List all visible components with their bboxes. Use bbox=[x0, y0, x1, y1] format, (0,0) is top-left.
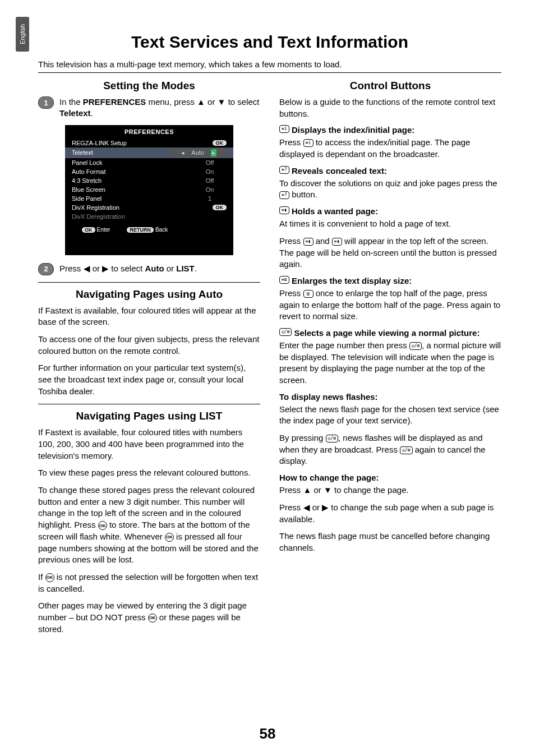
rule bbox=[38, 404, 260, 404]
tv-row-teletext: TeletextAuto bbox=[65, 147, 233, 158]
p-news-2: By pressing ◎/⊠, news flashes will be di… bbox=[279, 432, 501, 467]
t: By pressing bbox=[279, 433, 326, 442]
tv-menu-preferences: PREFERENCES REGZA-LINK SetupOK TeletextA… bbox=[65, 125, 233, 255]
p-news-1: Select the news flash page for the chose… bbox=[279, 404, 501, 427]
t: How to change the page: bbox=[279, 473, 379, 482]
p-reveal: To discover the solutions on quiz and jo… bbox=[279, 178, 501, 201]
tv-row-auto-format: Auto FormatOn bbox=[65, 167, 233, 176]
t: PREFERENCES bbox=[83, 97, 146, 107]
teletext-index-icon: ≡i bbox=[279, 125, 289, 133]
subhead-reveal: ≡? Reveals concealed text: bbox=[279, 166, 501, 176]
t: Back bbox=[155, 227, 168, 233]
teletext-pip-icon: ◎/⊠ bbox=[409, 342, 422, 350]
t: Auto bbox=[145, 264, 164, 273]
ok-icon: OK bbox=[45, 573, 54, 582]
value: Off bbox=[193, 159, 227, 166]
t: Teletext bbox=[59, 108, 91, 118]
p-hold-2: Press ≡▮ and ≡▮ will appear in the top l… bbox=[279, 236, 501, 270]
t: Press bbox=[279, 236, 303, 246]
p-change-2: Press ◀ or ▶ to change the sub page when… bbox=[279, 502, 501, 525]
tv-row-blue-screen: Blue ScreenOn bbox=[65, 185, 233, 194]
t: . bbox=[195, 264, 197, 273]
auto-p3: For further information on your particul… bbox=[38, 362, 260, 397]
t: or bbox=[164, 264, 177, 273]
page-number: 58 bbox=[0, 725, 535, 743]
subhead-news: To display news flashes: bbox=[279, 392, 501, 402]
tv-row-regza: REGZA-LINK SetupOK bbox=[65, 139, 233, 147]
t: Press bbox=[279, 137, 303, 147]
value: 1 bbox=[193, 195, 227, 202]
label: Blue Screen bbox=[72, 186, 105, 193]
teletext-hold-icon: ≡▮ bbox=[303, 238, 313, 246]
t: is not pressed the selection will be for… bbox=[38, 572, 258, 593]
left-column: Setting the Modes 1 In the PREFERENCES m… bbox=[38, 79, 260, 640]
t: To display news flashes: bbox=[279, 392, 378, 402]
intro-text: This television has a multi-page text me… bbox=[38, 59, 501, 69]
heading-nav-auto: Navigating Pages using Auto bbox=[38, 288, 260, 301]
t: menu, press ▲ or ▼ to select bbox=[146, 97, 259, 107]
t: Displays the index/initial page: bbox=[292, 125, 414, 135]
subhead-hold: ≡▮ Holds a wanted page: bbox=[279, 206, 501, 216]
label: Teletext bbox=[72, 149, 93, 156]
teletext-size-icon: ▤ bbox=[303, 290, 313, 298]
label: REGZA-LINK Setup bbox=[72, 140, 127, 146]
value: On bbox=[193, 168, 227, 175]
teletext-enlarge-icon: ≡≣ bbox=[279, 276, 289, 284]
label: DivX Deregistration bbox=[72, 213, 125, 220]
ok-pill: OK bbox=[213, 205, 227, 210]
teletext-pip-icon: ◎/⊠ bbox=[400, 446, 412, 454]
teletext-hold-icon: ≡▮ bbox=[332, 238, 342, 246]
t: To discover the solutions on quiz and jo… bbox=[279, 178, 497, 188]
tv-menu-title: PREFERENCES bbox=[65, 125, 233, 139]
selected-value: Auto bbox=[171, 149, 227, 157]
step-badge-1: 1 bbox=[38, 96, 54, 109]
p-change-1: Press ▲ or ▼ to change the page. bbox=[279, 485, 501, 496]
step-1-text: In the PREFERENCES menu, press ▲ or ▼ to… bbox=[59, 96, 260, 119]
list-p5: Other pages may be viewed by entering th… bbox=[38, 600, 260, 635]
rule bbox=[38, 282, 260, 283]
label: Side Panel bbox=[72, 195, 102, 202]
t: button. bbox=[289, 190, 317, 199]
t: Selects a page while viewing a normal pi… bbox=[294, 328, 479, 338]
list-p3: To change these stored pages press the r… bbox=[38, 485, 260, 566]
subhead-change-page: How to change the page: bbox=[279, 473, 501, 482]
tv-row-side-panel: Side Panel1 bbox=[65, 194, 233, 203]
step-1: 1 In the PREFERENCES menu, press ▲ or ▼ … bbox=[38, 96, 260, 119]
teletext-hold-icon: ≡▮ bbox=[279, 206, 289, 214]
p-select-page: Enter the page number then press ◎/⊠, a … bbox=[279, 340, 501, 386]
p-index: Press ≡i to access the index/initial pag… bbox=[279, 137, 501, 160]
top-divider bbox=[38, 72, 501, 73]
auto-p2: To access one of the four given subjects… bbox=[38, 334, 260, 357]
footer-back: RETURNBack bbox=[127, 227, 168, 233]
tv-row-panel-lock: Panel LockOff bbox=[65, 158, 233, 167]
t: Enter the page number then press bbox=[279, 340, 409, 350]
tv-row-divx-dereg: DivX Deregistration bbox=[65, 212, 233, 221]
two-column-layout: Setting the Modes 1 In the PREFERENCES m… bbox=[38, 79, 501, 640]
t: Reveals concealed text: bbox=[292, 166, 387, 176]
step-badge-2: 2 bbox=[38, 263, 54, 275]
heading-control-buttons: Control Buttons bbox=[279, 80, 501, 92]
teletext-reveal-icon: ≡? bbox=[279, 191, 289, 199]
heading-nav-list: Navigating Pages using LIST bbox=[38, 410, 260, 422]
p-enlarge: Press ▤ once to enlarge the top half of … bbox=[279, 288, 501, 322]
language-tab-label: English bbox=[19, 24, 26, 44]
value: On bbox=[193, 186, 227, 193]
subhead-select-page: ◎/⊠ Selects a page while viewing a norma… bbox=[279, 328, 501, 338]
page-title: Text Services and Text Information bbox=[38, 33, 501, 52]
teletext-reveal-icon: ≡? bbox=[279, 166, 289, 174]
right-column: Control Buttons Below is a guide to the … bbox=[279, 79, 501, 640]
step-2: 2 Press ◀ or ▶ to select Auto or LIST. bbox=[38, 263, 260, 275]
t: . bbox=[91, 108, 93, 118]
page-content: Text Services and Text Information This … bbox=[0, 0, 535, 640]
p-change-3: The news flash page must be cancelled be… bbox=[279, 531, 501, 554]
teletext-pip-icon: ◎/⊠ bbox=[326, 435, 338, 442]
ok-pill: OK bbox=[213, 140, 227, 146]
auto-p1: If Fastext is available, four coloured t… bbox=[38, 305, 260, 328]
label: Panel Lock bbox=[72, 159, 102, 166]
tv-row-divx-reg: DivX RegistrationOK bbox=[65, 203, 233, 212]
label: Auto Format bbox=[72, 168, 106, 175]
list-p2: To view these pages press the relevant c… bbox=[38, 467, 260, 479]
ok-icon: OK bbox=[98, 521, 107, 530]
cb-intro: Below is a guide to the functions of the… bbox=[279, 96, 501, 119]
t: Enlarges the text display size: bbox=[292, 276, 412, 285]
